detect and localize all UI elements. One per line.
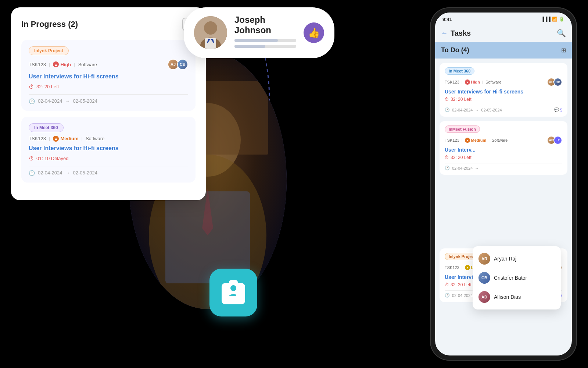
checkmark-icon [219, 278, 248, 307]
phone-task-meta-2: TSK123 | ▲ Medium | Software AR +2 [445, 136, 562, 145]
phone-timer-icon-2: ⏱ [445, 155, 449, 160]
phone-task-tag-1: In Meet 360 [445, 67, 474, 75]
phone-clock-icon-2: 🕐 [445, 166, 450, 170]
phone-task-divider-2 [445, 163, 562, 163]
svg-rect-3 [205, 38, 216, 49]
task-meta-2: TSK123 | ▲ Medium | Software [29, 136, 188, 142]
phone-priority-dot-2: ▲ [465, 138, 470, 143]
task-id-1: TSK123 [29, 62, 46, 67]
dropdown-item-3[interactable]: AD Allison Dias [473, 287, 561, 307]
svg-point-1 [204, 21, 217, 35]
svg-rect-13 [229, 280, 238, 286]
phone-status-bar: 9:41 ▐▐▐ 📶 🔋 [435, 13, 572, 26]
profile-avatar [194, 16, 227, 49]
profile-name: Joseph Johnson [234, 15, 296, 35]
dropdown-avatar-3: AD [478, 291, 490, 303]
task-dates-2: 🕐 02-04-2024 → 02-05-2024 [29, 170, 188, 176]
task-timer-2: ⏱ 01: 10 Delayed [29, 155, 188, 162]
phone-avatar-1b: CB [553, 78, 562, 86]
phone-comment-badge-1: 💬 5 [554, 107, 562, 112]
dropdown-popup: AR Aryan Raj CB Cristofer Bator AD Allis… [473, 246, 561, 309]
priority-dot-2: ▲ [53, 136, 59, 142]
priority-dot-1: ▲ [53, 61, 59, 67]
app-icon [209, 269, 257, 316]
battery-icon: 🔋 [559, 17, 564, 22]
profile-bar-2 [234, 45, 296, 48]
timer-icon-2: ⏱ [29, 155, 34, 162]
phone-screen: 9:41 ▐▐▐ 📶 🔋 ← Tasks 🔍 To Do (4) ⊞ [435, 13, 572, 355]
phone-time: 9:41 [442, 17, 452, 22]
phone-header-left: ← Tasks [441, 29, 471, 38]
wifi-icon: 📶 [552, 17, 557, 22]
phone-task-timer-1: ⏱ 32: 20 Left [445, 97, 562, 102]
phone-task-title-2[interactable]: User Interv... [445, 147, 562, 153]
dropdown-item-2[interactable]: CB Cristofer Bator [473, 268, 561, 287]
timer-icon-1: ⏱ [29, 84, 34, 90]
profile-bar-fill-1 [234, 39, 278, 42]
todo-grid-icon[interactable]: ⊞ [561, 47, 566, 54]
task-title-1[interactable]: User Interviews for Hi-fi screens [29, 73, 188, 81]
phone-avatar-badge-2: +2 [553, 136, 562, 145]
profile-card: Joseph Johnson 👍 [184, 7, 334, 58]
clock-icon-2: 🕐 [29, 170, 35, 176]
phone-avatars-2: AR +2 [547, 136, 562, 145]
comment-icon-1: 💬 [554, 107, 559, 112]
phone-priority-2: ▲ Medium [465, 138, 487, 143]
dropdown-avatar-2: CB [478, 272, 490, 284]
phone-clock-icon-3: 🕐 [445, 293, 450, 298]
task-item-2: In Meet 360 TSK123 | ▲ Medium | Software… [21, 117, 196, 183]
task-timer-1: ⏱ 32: 20 Left [29, 84, 188, 90]
left-card-title: In Progress (2) [21, 20, 78, 29]
phone-task-title-1[interactable]: User Interviews for Hi-fi screens [445, 89, 562, 95]
search-button[interactable]: 🔍 [557, 29, 566, 38]
phone-clock-icon-1: 🕐 [445, 107, 450, 112]
phone-task-item-1: In Meet 360 TSK123 | ▲ High | Software A… [440, 63, 567, 117]
dropdown-avatar-1: AR [478, 253, 490, 265]
phone-mockup: 9:41 ▐▐▐ 📶 🔋 ← Tasks 🔍 To Do (4) ⊞ [430, 7, 577, 361]
phone-task-dates-2: 🕐 02-04-2024 → [445, 166, 562, 170]
profile-bar-1 [234, 39, 296, 42]
priority-medium-2: ▲ Medium [53, 136, 78, 142]
signal-icon: ▐▐▐ [541, 17, 551, 22]
task-meta-1: TSK123 | ▲ High | Software AJ CB [29, 59, 188, 70]
phone-timer-icon-1: ⏱ [445, 97, 449, 102]
dropdown-name-3: Allison Dias [494, 294, 521, 300]
left-card: In Progress (2) ⊞ Inlynk Project TSK123 … [11, 7, 206, 200]
phone-task-item-2: InMeet Fusion TSK123 | ▲ Medium | Softwa… [440, 121, 567, 175]
profile-bar-fill-2 [234, 45, 265, 48]
phone-title: Tasks [451, 29, 471, 38]
phone-outer: 9:41 ▐▐▐ 📶 🔋 ← Tasks 🔍 To Do (4) ⊞ [430, 7, 577, 361]
phone-task-meta-1: TSK123 | ▲ High | Software AR CB [445, 78, 562, 86]
dropdown-name-1: Aryan Raj [494, 256, 516, 262]
task-tag-2: In Meet 360 [29, 123, 64, 132]
phone-task-tag-2: InMeet Fusion [445, 125, 480, 133]
task-tag-1: Inlynk Project [29, 46, 69, 55]
profile-info: Joseph Johnson [234, 15, 296, 51]
todo-header: To Do (4) ⊞ [435, 42, 572, 59]
phone-task-divider-1 [445, 105, 562, 105]
phone-task-dates-1: 🕐 02-04-2024 → 02-05-2024 💬 5 [445, 107, 562, 112]
dropdown-name-2: Cristofer Bator [494, 275, 527, 281]
status-icons: ▐▐▐ 📶 🔋 [541, 17, 564, 22]
dropdown-item-1[interactable]: AR Aryan Raj [473, 249, 561, 268]
phone-priority-dot-3: ● [465, 265, 470, 270]
task-divider-1 [29, 94, 188, 95]
phone-content: In Meet 360 TSK123 | ▲ High | Software A… [435, 59, 572, 311]
phone-header: ← Tasks 🔍 [435, 26, 572, 42]
thumbs-up-button[interactable]: 👍 [304, 22, 324, 43]
priority-high-1: ▲ High [53, 61, 71, 67]
task-dates-1: 🕐 02-04-2024 → 02-05-2024 [29, 98, 188, 104]
svg-point-14 [230, 285, 236, 291]
avatar-2: CB [177, 59, 188, 70]
task-id-2: TSK123 [29, 136, 46, 141]
todo-title: To Do (4) [441, 46, 469, 54]
task-title-2[interactable]: User Interviews for Hi-fi screens [29, 145, 188, 152]
phone-task-timer-2: ⏱ 32: 20 Left [445, 155, 562, 160]
phone-avatars-1: AR CB [547, 78, 562, 86]
phone-priority-dot-1: ▲ [465, 79, 470, 85]
phone-timer-icon-3: ⏱ [445, 282, 449, 287]
left-card-header: In Progress (2) ⊞ [21, 18, 196, 31]
avatars-1: AJ CB [168, 59, 188, 70]
back-arrow[interactable]: ← [441, 29, 448, 37]
phone-priority-1: ▲ High [465, 79, 480, 85]
